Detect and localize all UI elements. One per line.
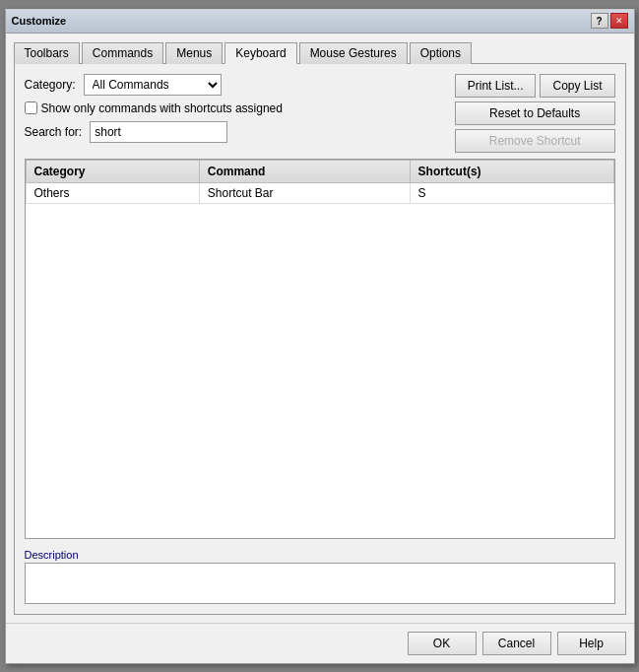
dialog-content: Toolbars Commands Menus Keyboard Mouse G… xyxy=(6,34,634,623)
row-category: Others xyxy=(26,182,199,203)
tab-keyboard[interactable]: Keyboard xyxy=(224,42,296,64)
description-label: Description xyxy=(25,549,615,561)
cancel-button[interactable]: Cancel xyxy=(482,632,551,655)
footer: OK Cancel Help xyxy=(6,623,634,663)
tab-mouse-gestures[interactable]: Mouse Gestures xyxy=(299,42,408,64)
table-header-row: Category Command Shortcut(s) xyxy=(26,160,613,182)
copy-list-button[interactable]: Copy List xyxy=(540,74,614,98)
description-section: Description xyxy=(25,549,615,604)
col-shortcuts: Shortcut(s) xyxy=(410,160,613,182)
category-select[interactable]: All Commands File Edit View Bookmarks To… xyxy=(84,74,222,96)
commands-table-container[interactable]: Category Command Shortcut(s) Others Shor… xyxy=(25,159,615,539)
tab-options[interactable]: Options xyxy=(410,42,472,64)
right-controls: Print List... Copy List Reset to Default… xyxy=(455,74,615,153)
col-category: Category xyxy=(26,160,199,182)
help-button[interactable]: Help xyxy=(557,632,626,655)
show-only-row: Show only commands with shortcuts assign… xyxy=(25,101,455,115)
search-label: Search for: xyxy=(25,125,83,139)
window-title: Customize xyxy=(12,15,67,27)
search-row: Search for: xyxy=(25,121,455,143)
category-label: Category: xyxy=(25,78,76,92)
description-box xyxy=(25,563,615,604)
keyboard-tab-content: Category: All Commands File Edit View Bo… xyxy=(14,64,626,615)
col-command: Command xyxy=(199,160,410,182)
ok-button[interactable]: OK xyxy=(408,632,477,655)
search-input[interactable] xyxy=(90,121,227,143)
customize-dialog: Customize ? ✕ Toolbars Commands Menus Ke… xyxy=(5,9,635,664)
left-controls: Category: All Commands File Edit View Bo… xyxy=(25,74,455,143)
top-controls: Category: All Commands File Edit View Bo… xyxy=(25,74,615,153)
category-row: Category: All Commands File Edit View Bo… xyxy=(25,74,455,96)
row-shortcut: S xyxy=(410,182,613,203)
top-button-row: Print List... Copy List xyxy=(455,74,615,98)
show-only-checkbox[interactable] xyxy=(25,101,37,114)
tab-commands[interactable]: Commands xyxy=(82,42,163,64)
table-row[interactable]: Others Shortcut Bar S xyxy=(26,182,613,203)
title-bar-controls: ? ✕ xyxy=(591,13,628,29)
close-title-button[interactable]: ✕ xyxy=(610,13,628,29)
commands-table: Category Command Shortcut(s) Others Shor… xyxy=(26,160,614,204)
remove-shortcut-button[interactable]: Remove Shortcut xyxy=(455,129,615,153)
reset-to-defaults-button[interactable]: Reset to Defaults xyxy=(455,101,615,125)
show-only-label: Show only commands with shortcuts assign… xyxy=(41,101,283,115)
row-command: Shortcut Bar xyxy=(199,182,410,203)
tab-bar: Toolbars Commands Menus Keyboard Mouse G… xyxy=(14,41,626,64)
tab-menus[interactable]: Menus xyxy=(165,42,223,64)
title-bar: Customize ? ✕ xyxy=(6,10,634,34)
help-title-button[interactable]: ? xyxy=(591,13,608,29)
print-list-button[interactable]: Print List... xyxy=(455,74,537,98)
tab-toolbars[interactable]: Toolbars xyxy=(14,42,80,64)
